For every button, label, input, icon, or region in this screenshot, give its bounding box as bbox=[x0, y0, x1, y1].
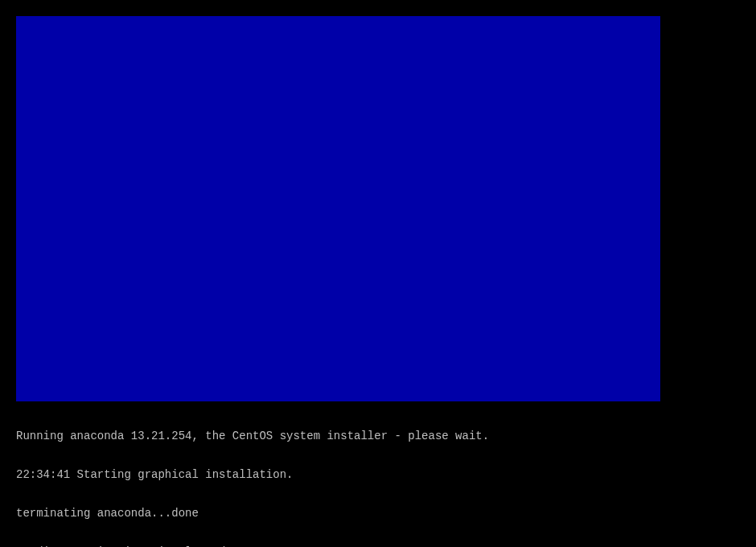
console-line: Running anaconda 13.21.254, the CentOS s… bbox=[16, 430, 740, 442]
terminal-screen[interactable]: Running anaconda 13.21.254, the CentOS s… bbox=[0, 0, 756, 547]
installer-graphical-area bbox=[16, 16, 660, 401]
console-line: 22:34:41 Starting graphical installation… bbox=[16, 468, 740, 481]
console-line: terminating anaconda...done bbox=[16, 507, 740, 520]
console-output: Running anaconda 13.21.254, the CentOS s… bbox=[16, 404, 740, 547]
